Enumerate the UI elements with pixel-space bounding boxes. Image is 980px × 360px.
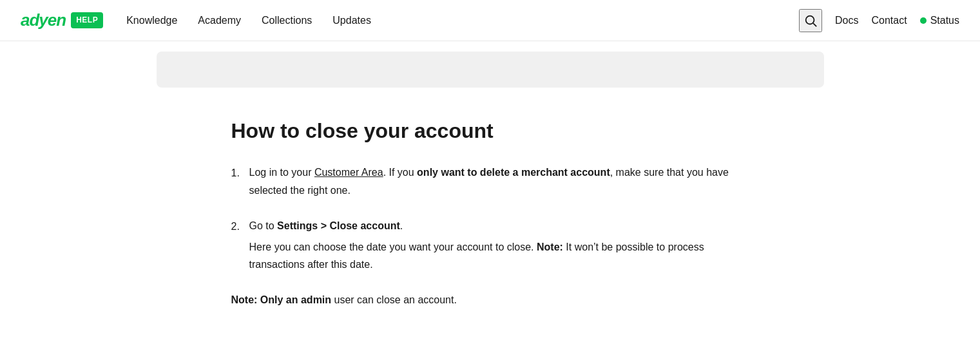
step-2-prefix: Go to (249, 220, 278, 231)
navbar: adyen HELP Knowledge Academy Collections… (0, 0, 980, 41)
step-2-note-bold: Note: (537, 242, 563, 252)
status-dot (920, 17, 927, 24)
customer-area-link[interactable]: Customer Area (314, 167, 383, 178)
docs-link[interactable]: Docs (835, 12, 858, 29)
nav-item-collections[interactable]: Collections (254, 7, 320, 34)
step-2-text: Go to Settings > Close account. (249, 217, 749, 234)
step-1-text: Log in to your Customer Area. If you onl… (249, 164, 749, 198)
navbar-right: Docs Contact Status (799, 9, 959, 32)
article-title: How to close your account (231, 118, 749, 143)
nav-item-academy[interactable]: Academy (190, 7, 249, 34)
hero-banner (136, 52, 845, 88)
svg-point-0 (806, 15, 814, 24)
navbar-nav: Knowledge Academy Collections Updates (119, 7, 379, 34)
footer-note-bold: Note: Only an admin (231, 294, 332, 305)
status-label: Status (930, 12, 959, 29)
main-content: How to close your account Log in to your… (200, 98, 780, 340)
help-badge: HELP (71, 12, 103, 28)
step-1-after-link: . If you (383, 167, 417, 178)
step-2: Go to Settings > Close account. Here you… (231, 217, 749, 274)
article-body: Log in to your Customer Area. If you onl… (231, 164, 749, 308)
nav-item-updates[interactable]: Updates (325, 7, 379, 34)
nav-item-knowledge[interactable]: Knowledge (119, 7, 185, 34)
banner-bar (157, 52, 824, 88)
step-2-period: . (400, 220, 403, 231)
contact-link[interactable]: Contact (872, 12, 907, 29)
footer-note: Note: Only an admin user can close an ac… (231, 291, 749, 308)
search-icon (803, 14, 818, 28)
steps-list: Log in to your Customer Area. If you onl… (231, 164, 749, 273)
svg-line-1 (813, 23, 816, 26)
step-2-bold: Settings > Close account (277, 220, 400, 231)
search-button[interactable] (799, 9, 822, 32)
step-1: Log in to your Customer Area. If you onl… (231, 164, 749, 198)
footer-note-rest: user can close an account. (331, 294, 457, 305)
step-2-detail-text: Here you can choose the date you want yo… (249, 242, 537, 252)
step-1-bold: only want to delete a merchant account (417, 167, 610, 178)
step-2-detail: Here you can choose the date you want yo… (249, 238, 749, 273)
status-indicator[interactable]: Status (920, 12, 959, 29)
adyen-logo[interactable]: adyen (21, 7, 66, 34)
step-1-intro: Log in to your (249, 167, 314, 178)
navbar-brand: adyen HELP (21, 7, 103, 34)
step-2-content: Go to Settings > Close account. Here you… (249, 217, 749, 274)
step-1-content: Log in to your Customer Area. If you onl… (249, 164, 749, 198)
